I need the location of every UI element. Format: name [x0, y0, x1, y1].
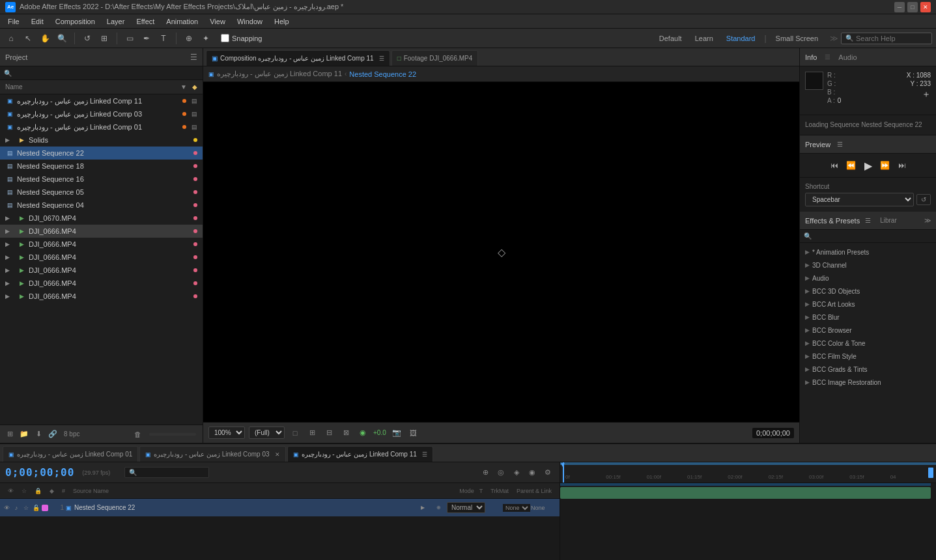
timeline-tab-3[interactable]: ▣ زمین عباس - رودبارچیره Linked Comp 11 … — [287, 446, 433, 462]
workspace-menu-icon[interactable]: ≫ — [830, 34, 838, 43]
comp-tab-main[interactable]: ▣ Composition زمین عباس - رودبارچیره Lin… — [206, 50, 390, 66]
timeline-tab-2[interactable]: ▣ زمین عباس - رودبارچیره Linked Comp 03 … — [139, 446, 285, 462]
text-tool[interactable]: T — [156, 31, 171, 46]
preview-menu[interactable]: ☰ — [837, 141, 843, 148]
comp-timecode[interactable]: 0;00;00;00 — [752, 428, 794, 438]
effect-item[interactable]: ▶ BCC Browser — [800, 324, 936, 337]
layer-lock-toggle[interactable]: 🔓 — [32, 504, 40, 512]
layer-row[interactable]: 👁 ♪ ☆ 🔓 1 ▣ Nested Sequence 22 ▶ ⊕ — [0, 499, 560, 517]
effect-item[interactable]: ▶ BCC Film Style — [800, 350, 936, 363]
comp-tab-footage[interactable]: □ Footage DJI_0666.MP4 — [391, 50, 479, 66]
menu-file[interactable]: File — [3, 16, 25, 27]
play-btn[interactable]: ▶ — [862, 159, 875, 172]
layer-trkmat-select[interactable]: None — [503, 504, 530, 512]
close-button[interactable]: ✕ — [920, 2, 931, 12]
effects-menu[interactable]: ☰ — [865, 217, 871, 224]
project-panel-menu[interactable]: ☰ — [190, 53, 197, 62]
home-button[interactable]: ⌂ — [4, 31, 18, 46]
minimize-button[interactable]: ─ — [894, 2, 905, 12]
layer-audio-toggle[interactable]: ♪ — [12, 504, 20, 512]
effect-item[interactable]: ▶ BCC Grads & Tints — [800, 363, 936, 376]
delete-btn[interactable]: 🗑 — [132, 428, 144, 440]
pen-tool[interactable]: ✒ — [139, 31, 154, 46]
zoom-tool[interactable]: 🔍 — [55, 31, 69, 46]
new-folder-btn[interactable]: 📁 — [18, 428, 30, 440]
list-item[interactable]: ▤ Nested Sequence 16 — [0, 173, 203, 186]
menu-effect[interactable]: Effect — [131, 16, 160, 27]
menu-layer[interactable]: Layer — [102, 16, 130, 27]
comp-viewport[interactable]: ◇ — [203, 82, 799, 422]
menu-help[interactable]: Help — [269, 16, 294, 27]
layer-mode-select[interactable]: Normal — [447, 502, 485, 513]
menu-window[interactable]: Window — [232, 16, 268, 27]
list-item[interactable]: ▣ زمین عباس - رودبارچیره Linked Comp 03 … — [0, 107, 203, 120]
effects-more[interactable]: ≫ — [924, 217, 931, 224]
snapping-checkbox[interactable] — [221, 34, 229, 42]
dependencies-btn[interactable]: 🔗 — [47, 428, 59, 440]
tab-close[interactable]: ✕ — [275, 451, 280, 458]
toggle-alpha-btn[interactable]: □ — [289, 427, 302, 440]
info-tab[interactable]: Info — [805, 53, 817, 61]
workspace-default[interactable]: Default — [655, 33, 686, 44]
effect-item[interactable]: ▶ BCC Color & Tone — [800, 337, 936, 350]
shortcut-reset-btn[interactable]: ↺ — [916, 194, 931, 205]
breadcrumb-item-1[interactable]: زمین عباس - رودبارچیره Linked Comp 11 — [217, 70, 342, 78]
color-correction-btn[interactable]: ◉ — [356, 427, 369, 440]
clone-tool[interactable]: ⊕ — [182, 31, 196, 46]
list-item[interactable]: ▶ ▶ DJI_0666.MP4 — [0, 238, 203, 251]
list-item[interactable]: ▤ Nested Sequence 22 — [0, 147, 203, 160]
hand-tool[interactable]: ✋ — [38, 31, 52, 46]
step-forward-btn[interactable]: ⏩ — [879, 159, 892, 172]
rect-tool[interactable]: ▭ — [122, 31, 137, 46]
comp-tab-menu[interactable]: ☰ — [379, 55, 384, 62]
tl-search-input[interactable] — [139, 469, 205, 476]
import-btn[interactable]: ⬇ — [33, 428, 44, 440]
layer-solo-toggle[interactable]: ☆ — [22, 504, 30, 512]
menu-composition[interactable]: Composition — [50, 16, 100, 27]
goto-start-btn[interactable]: ⏮ — [828, 159, 841, 172]
audio-tab[interactable]: Audio — [838, 53, 857, 61]
effect-item[interactable]: ▶ * Animation Presets — [800, 245, 936, 259]
workspace-learn[interactable]: Learn — [691, 33, 717, 44]
zoom-select[interactable]: 100% 50% 200% — [208, 427, 245, 439]
effect-item[interactable]: ▶ 3D Channel — [800, 259, 936, 272]
show-snapshot-btn[interactable]: 🖼 — [407, 427, 420, 440]
list-item[interactable]: ▶ ▶ DJI_0666.MP4 — [0, 264, 203, 277]
effect-item[interactable]: ▶ BCC Image Restoration — [800, 376, 936, 389]
toggle-grid-btn[interactable]: ⊞ — [305, 427, 319, 440]
menu-view[interactable]: View — [205, 16, 231, 27]
effect-item[interactable]: ▶ Audio — [800, 272, 936, 285]
workspace-standard[interactable]: Standard — [722, 33, 759, 44]
quality-select[interactable]: (Full) (Half) — [249, 427, 285, 439]
snapshot-btn[interactable]: 📷 — [390, 427, 403, 440]
workspace-smallscreen[interactable]: Small Screen — [772, 33, 822, 44]
puppet-tool[interactable]: ✦ — [199, 31, 213, 46]
shortcut-select[interactable]: Spacebar — [805, 193, 914, 206]
effect-item[interactable]: ▶ BCC 3D Objects — [800, 285, 936, 298]
layer-bar[interactable] — [560, 487, 931, 499]
layer-expand-btn[interactable]: ▶ — [416, 501, 429, 514]
list-item[interactable]: ▶ ▶ DJI_0666.MP4 — [0, 251, 203, 264]
list-item[interactable]: ▤ Nested Sequence 18 — [0, 160, 203, 173]
effect-item[interactable]: ▶ BCC Art Looks — [800, 298, 936, 311]
list-item[interactable]: ▶ ▶ DJI_0666.MP4 — [0, 277, 203, 290]
project-search-input[interactable] — [14, 69, 199, 77]
list-item[interactable]: ▣ زمین عباس - رودبارچیره Linked Comp 01 … — [0, 120, 203, 133]
effects-search-input[interactable] — [814, 232, 932, 240]
menu-animation[interactable]: Animation — [161, 16, 203, 27]
select-tool[interactable]: ↖ — [21, 31, 35, 46]
tl-solo-btn[interactable]: ⊕ — [479, 466, 492, 479]
tl-draft-btn[interactable]: ◈ — [510, 466, 523, 479]
tl-lights-btn[interactable]: ◉ — [526, 466, 539, 479]
effects-library[interactable]: Librar — [880, 217, 897, 224]
folder-expand[interactable]: ▶ — [5, 137, 14, 143]
timeline-timecode[interactable]: 0;00;00;00 — [5, 466, 74, 479]
rotate-tool[interactable]: ↺ — [80, 31, 94, 46]
tab-menu[interactable]: ☰ — [422, 451, 427, 458]
list-item[interactable]: ▶ ▶ DJI_0666.MP4 — [0, 290, 203, 303]
new-composition-btn[interactable]: ⊞ — [4, 428, 16, 440]
camera-tool[interactable]: ⊞ — [97, 31, 111, 46]
step-back-btn[interactable]: ⏪ — [845, 159, 858, 172]
layer-effects-btn[interactable]: ⊕ — [432, 501, 445, 514]
list-item[interactable]: ▤ Nested Sequence 04 — [0, 199, 203, 212]
